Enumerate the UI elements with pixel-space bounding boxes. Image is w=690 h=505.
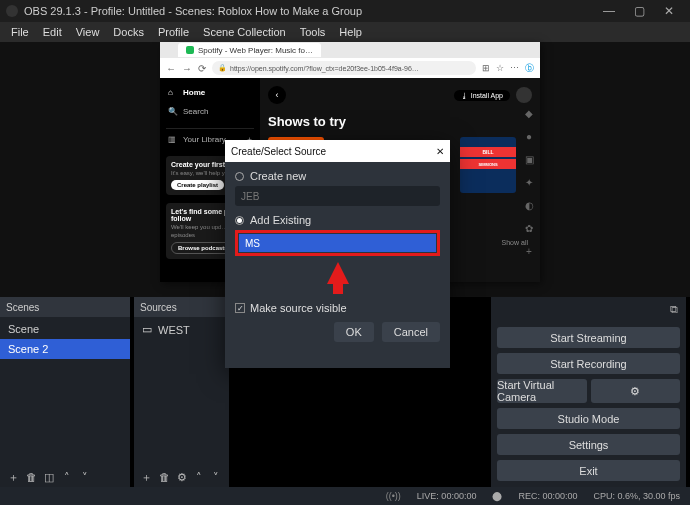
home-icon: ⌂ (168, 88, 178, 97)
move-down-button[interactable]: ˅ (208, 468, 225, 486)
sources-dock-title: Sources (134, 297, 229, 317)
menu-scene-collection[interactable]: Scene Collection (196, 24, 293, 40)
scenes-list: Scene Scene 2 (0, 317, 130, 467)
virtual-camera-settings-button[interactable]: ⚙ (591, 379, 681, 403)
window-titlebar: OBS 29.1.3 - Profile: Untitled - Scenes:… (0, 0, 690, 22)
remove-source-button[interactable]: 🗑 (155, 468, 172, 486)
move-up-button[interactable]: ˄ (190, 468, 207, 486)
scenes-toolbar: ＋ 🗑 ◫ ˄ ˅ (0, 467, 130, 487)
dialog-close-icon[interactable]: ✕ (436, 146, 444, 157)
spotify-nav-search[interactable]: 🔍Search (166, 103, 254, 120)
controls-dock-menu-icon[interactable]: ⧉ (666, 301, 682, 317)
user-avatar-icon[interactable] (516, 87, 532, 103)
exit-button[interactable]: Exit (497, 460, 680, 481)
studio-mode-button[interactable]: Studio Mode (497, 408, 680, 429)
browser-tab-spotify[interactable]: Spotify - Web Player: Music fo… (178, 43, 321, 57)
browser-copilot-icon[interactable]: ⓑ (525, 62, 534, 75)
browser-extensions-icon[interactable]: ⊞ (482, 63, 490, 73)
search-icon: 🔍 (168, 107, 178, 116)
sources-dock: Sources ▭WEST ＋ 🗑 ⚙ ˄ ˅ (134, 297, 229, 487)
ok-button[interactable]: OK (334, 322, 374, 342)
edge-sidebar-icon[interactable]: ◐ (522, 200, 536, 214)
edge-sidebar-icon[interactable]: ● (522, 131, 536, 145)
browser-back-icon[interactable]: ← (166, 63, 176, 74)
start-virtual-camera-button[interactable]: Start Virtual Camera (497, 379, 587, 403)
add-scene-button[interactable]: ＋ (4, 468, 22, 486)
start-streaming-button[interactable]: Start Streaming (497, 327, 680, 348)
spotify-back-icon[interactable]: ‹ (268, 86, 286, 104)
sources-list: ▭WEST (134, 317, 229, 467)
library-icon: ▥ (168, 135, 178, 144)
existing-source-item-ms[interactable]: MS (239, 234, 436, 252)
create-playlist-button[interactable]: Create playlist (171, 180, 224, 190)
radio-add-existing[interactable]: Add Existing (235, 214, 440, 226)
checkbox-icon: ✓ (235, 303, 245, 313)
edge-sidebar: ◆ ● ▣ ✦ ◐ ✿ + (522, 108, 536, 260)
spotify-section-heading: Shows to try (268, 114, 532, 129)
menu-file[interactable]: File (4, 24, 36, 40)
menu-view[interactable]: View (69, 24, 107, 40)
status-bar: ((•)) LIVE: 00:00:00 ⬤ REC: 00:00:00 CPU… (0, 487, 690, 505)
browser-favorites-icon[interactable]: ☆ (496, 63, 504, 73)
add-source-button[interactable]: ＋ (138, 468, 155, 486)
move-up-button[interactable]: ˄ (58, 468, 76, 486)
create-new-name-input[interactable] (235, 186, 440, 206)
browser-menu-icon[interactable]: ⋯ (510, 63, 519, 73)
create-select-source-dialog: Create/Select Source ✕ Create new Add Ex… (225, 140, 450, 368)
settings-button[interactable]: Settings (497, 434, 680, 455)
scene-item[interactable]: Scene (0, 319, 130, 339)
browser-toolbar: ← → ⟳ 🔒 https://open.spotify.com/?flow_c… (160, 58, 540, 78)
spotify-nav-home[interactable]: ⌂Home (166, 84, 254, 101)
radio-icon (235, 216, 244, 225)
move-down-button[interactable]: ˅ (76, 468, 94, 486)
window-capture-icon: ▭ (142, 323, 152, 336)
edge-sidebar-icon[interactable]: ◆ (522, 108, 536, 122)
scenes-dock-title: Scenes (0, 297, 130, 317)
network-icon: ((•)) (386, 491, 401, 501)
browser-refresh-icon[interactable]: ⟳ (198, 63, 206, 74)
existing-source-list: MS (235, 230, 440, 256)
menu-help[interactable]: Help (332, 24, 369, 40)
edge-sidebar-icon[interactable]: ▣ (522, 154, 536, 168)
menu-tools[interactable]: Tools (293, 24, 333, 40)
obs-logo-icon (6, 5, 18, 17)
radio-create-new[interactable]: Create new (235, 170, 440, 182)
cancel-button[interactable]: Cancel (382, 322, 440, 342)
source-properties-button[interactable]: ⚙ (173, 468, 190, 486)
browser-forward-icon[interactable]: → (182, 63, 192, 74)
status-live: LIVE: 00:00:00 (417, 491, 477, 501)
dialog-title: Create/Select Source (231, 146, 326, 157)
remove-scene-button[interactable]: 🗑 (22, 468, 40, 486)
annotation-arrow-icon (327, 262, 349, 284)
lock-icon: 🔒 (218, 64, 227, 72)
browser-url-text: https://open.spotify.com/?flow_ctx=de20f… (230, 65, 419, 72)
download-icon: ⭳ (461, 92, 468, 99)
install-app-button[interactable]: ⭳Install App (454, 90, 510, 101)
browser-tab-title: Spotify - Web Player: Music fo… (198, 46, 313, 55)
browser-address-bar[interactable]: 🔒 https://open.spotify.com/?flow_ctx=de2… (212, 61, 476, 75)
window-title: OBS 29.1.3 - Profile: Untitled - Scenes:… (24, 5, 594, 17)
scenes-dock: Scenes Scene Scene 2 ＋ 🗑 ◫ ˄ ˅ (0, 297, 130, 487)
window-maximize-button[interactable]: ▢ (624, 4, 654, 18)
menu-bar: File Edit View Docks Profile Scene Colle… (0, 22, 690, 42)
edge-sidebar-icon[interactable]: ✦ (522, 177, 536, 191)
menu-edit[interactable]: Edit (36, 24, 69, 40)
spotify-tile-bill-simmons[interactable]: BILL SIMMONS (460, 137, 516, 193)
browser-tabstrip: Spotify - Web Player: Music fo… (160, 42, 540, 58)
controls-dock: ⧉ Start Streaming Start Recording Start … (491, 297, 686, 487)
status-cpu: CPU: 0.6%, 30.00 fps (593, 491, 680, 501)
window-minimize-button[interactable]: — (594, 4, 624, 18)
start-recording-button[interactable]: Start Recording (497, 353, 680, 374)
scene-filters-button[interactable]: ◫ (40, 468, 58, 486)
menu-profile[interactable]: Profile (151, 24, 196, 40)
source-item[interactable]: ▭WEST (134, 319, 229, 340)
window-close-button[interactable]: ✕ (654, 4, 684, 18)
make-source-visible-checkbox[interactable]: ✓ Make source visible (235, 302, 440, 314)
spotify-favicon-icon (186, 46, 194, 54)
edge-sidebar-icon[interactable]: ✿ (522, 223, 536, 237)
scene-item-selected[interactable]: Scene 2 (0, 339, 130, 359)
dialog-titlebar: Create/Select Source ✕ (225, 140, 450, 162)
edge-sidebar-icon[interactable]: + (522, 246, 536, 260)
status-rec: REC: 00:00:00 (518, 491, 577, 501)
menu-docks[interactable]: Docks (106, 24, 151, 40)
